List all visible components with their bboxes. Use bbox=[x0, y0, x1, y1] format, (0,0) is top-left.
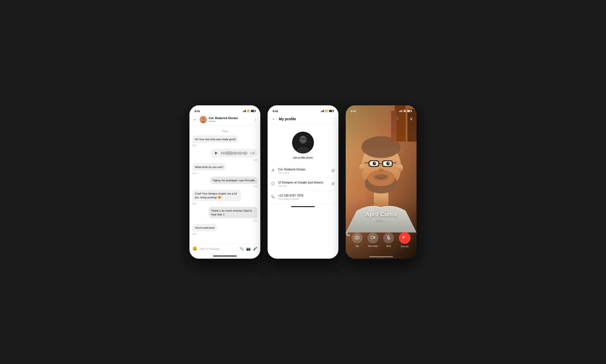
svg-point-1 bbox=[202, 117, 205, 120]
microphone-icon[interactable]: 🎤 bbox=[253, 247, 258, 251]
wave-bar bbox=[232, 151, 232, 155]
signal-bar-p1 bbox=[321, 111, 321, 112]
wave-bar bbox=[224, 152, 225, 154]
msg-time-6: 9:37 bbox=[192, 220, 258, 222]
call-top-controls: ∨ bbox=[410, 116, 413, 121]
status-time-profile: 9:41 bbox=[273, 110, 278, 113]
signal-bar-p4 bbox=[323, 110, 324, 112]
phone-icon bbox=[271, 195, 276, 199]
msg-time-4: 9:35 bbox=[192, 185, 258, 188]
wave-bar bbox=[241, 153, 242, 154]
stop-video-button[interactable] bbox=[367, 233, 378, 243]
contact-name: Col. Roderick Decker bbox=[209, 117, 252, 120]
bubble-received-7: You're welcome! bbox=[192, 224, 217, 231]
table-row: Figma, for prototype i use Principle bbox=[192, 177, 258, 184]
signal-bar-3 bbox=[245, 110, 245, 112]
bubble-received-1: Hi! Your last shot was really good! bbox=[192, 135, 238, 143]
signal-bar-c1 bbox=[399, 111, 400, 112]
signal-bar-2 bbox=[244, 111, 244, 112]
profile-header: ← My profile bbox=[268, 114, 338, 124]
call-screen: adidas S 9:41 bbox=[346, 105, 416, 259]
play-triangle-icon bbox=[215, 152, 218, 155]
chat-messages: Today Hi! Your last shot was really good… bbox=[190, 126, 260, 244]
status-bar-profile: 9:41 📶 bbox=[268, 105, 338, 114]
attachment-icon[interactable]: 📎 bbox=[239, 247, 244, 251]
wave-bar bbox=[247, 152, 247, 154]
status-bar-chat: 9:41 📶 bbox=[190, 105, 260, 114]
battery-fill-profile bbox=[330, 110, 332, 112]
bubble-sent-6: Thank u so much Antonio! Glad to hear th… bbox=[209, 207, 258, 218]
wave-bar bbox=[222, 152, 223, 154]
wave-bar bbox=[240, 151, 240, 155]
wave-bar bbox=[242, 152, 243, 154]
camera-icon-call bbox=[355, 235, 359, 241]
profile-field-phone: +12 345 6767 7878 Your phone number bbox=[271, 191, 335, 204]
profile-avatar[interactable] bbox=[292, 132, 314, 154]
mute-button[interactable] bbox=[383, 233, 394, 243]
status-time-call: 9:41 bbox=[351, 110, 356, 113]
msg-time-1: 9:30 bbox=[192, 144, 258, 147]
chat-phone: 9:41 📶 bbox=[190, 105, 260, 259]
wifi-icon-chat: 📶 bbox=[247, 110, 250, 112]
wave-bar bbox=[245, 151, 245, 155]
wave-bar bbox=[236, 152, 236, 154]
wave-bar bbox=[239, 152, 239, 154]
svg-point-38 bbox=[356, 237, 358, 238]
wave-bar bbox=[226, 152, 227, 154]
wave-bar bbox=[244, 152, 245, 155]
bio-value: UI Designer at Google (just dream) bbox=[278, 181, 329, 184]
camera-icon[interactable]: 📷 bbox=[246, 247, 251, 251]
chat-input-area: 😀 Type a message 📎 📷 🎤 bbox=[190, 244, 260, 253]
end-call-btn-group: End call bbox=[399, 232, 411, 248]
end-call-label: End call bbox=[401, 245, 409, 248]
back-button-profile[interactable]: ← bbox=[271, 116, 277, 122]
set-photo-label[interactable]: Set profile photo bbox=[293, 156, 313, 159]
voice-duration: 1.35 bbox=[250, 152, 255, 155]
edit-bio-icon[interactable] bbox=[332, 182, 335, 186]
signal-bar-p2 bbox=[322, 111, 322, 112]
online-status: Online bbox=[209, 120, 252, 123]
back-button-chat[interactable]: ← bbox=[192, 117, 198, 123]
more-button-chat[interactable]: ⋮ bbox=[254, 117, 258, 122]
header-info-chat: Col. Roderick Decker Online bbox=[209, 117, 252, 123]
edit-name-icon[interactable] bbox=[332, 169, 335, 173]
status-icons-call: 📶 bbox=[399, 110, 412, 112]
wave-bar bbox=[232, 152, 233, 155]
chat-header: ← Col. Roderick Decker Online ⋮ bbox=[190, 114, 260, 126]
play-button[interactable] bbox=[214, 151, 219, 156]
wave-bar bbox=[234, 152, 235, 155]
call-status: Calling... bbox=[346, 219, 416, 222]
mute-btn-group: Mute bbox=[383, 233, 394, 247]
info-icon bbox=[271, 182, 276, 186]
end-call-button[interactable] bbox=[399, 232, 411, 244]
signal-bar-4 bbox=[245, 110, 246, 112]
wave-bar bbox=[235, 151, 236, 155]
call-buttons: Flip Stop video bbox=[346, 232, 416, 248]
chevron-down-icon[interactable]: ∨ bbox=[410, 116, 413, 121]
message-input[interactable]: Type a message bbox=[199, 247, 237, 250]
bio-field-content: UI Designer at Google (just dream) Your … bbox=[278, 181, 329, 187]
table-row: You're welcome! bbox=[192, 224, 258, 231]
signal-bar-c4 bbox=[402, 110, 402, 112]
bubble-sent-4: Figma, for prototype i use Principle bbox=[210, 177, 258, 184]
status-icons-profile: 📶 bbox=[321, 110, 333, 112]
phone-end-icon bbox=[402, 235, 407, 241]
battery-fill-chat bbox=[251, 110, 254, 112]
emoji-button[interactable]: 😀 bbox=[192, 246, 197, 251]
msg-time-3: 9:34 bbox=[192, 172, 258, 174]
wave-bar bbox=[233, 152, 234, 154]
call-phone: adidas S 9:41 bbox=[346, 105, 416, 259]
waveform bbox=[220, 151, 247, 155]
signal-bar-p3 bbox=[322, 110, 323, 112]
flip-button[interactable] bbox=[352, 233, 362, 243]
phones-container: 9:41 📶 bbox=[190, 105, 416, 259]
bubble-received-5: Cool! Your designs inspire me a lot bro.… bbox=[192, 190, 241, 201]
msg-time-5: 9:36 bbox=[192, 203, 258, 205]
svg-marker-39 bbox=[374, 236, 375, 238]
profile-field-name: Col. Roderick Decker Your name bbox=[271, 165, 335, 178]
wave-bar bbox=[241, 152, 241, 155]
profile-fields: Col. Roderick Decker Your name bbox=[268, 165, 338, 204]
stop-video-btn-group: Stop video bbox=[367, 233, 378, 247]
signal-bars-profile bbox=[321, 110, 324, 112]
call-info: April Curtis Calling... bbox=[346, 211, 416, 222]
